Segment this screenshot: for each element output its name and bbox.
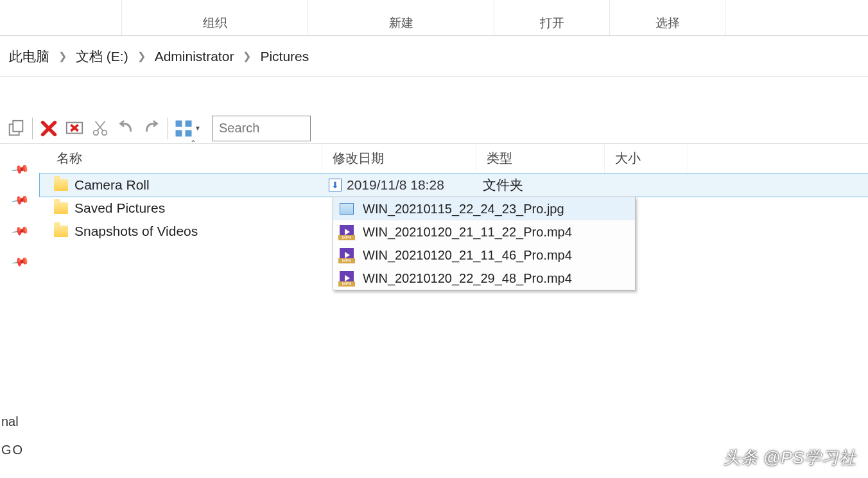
- file-name: Saved Pictures: [74, 200, 165, 216]
- view-options-button[interactable]: ▼: [172, 116, 203, 141]
- pin-icon[interactable]: 📌: [10, 221, 30, 241]
- file-type: 文件夹: [476, 176, 605, 194]
- blank-strip: [0, 77, 868, 113]
- video-file-icon: MP4: [340, 248, 354, 262]
- tooltip-file-item: WIN_20210115_22_24_23_Pro.jpg: [333, 197, 635, 220]
- svg-rect-8: [186, 130, 192, 136]
- ribbon-group-new[interactable]: 新建: [308, 0, 494, 35]
- search-input[interactable]: [212, 116, 311, 141]
- file-name: Camera Roll: [74, 177, 150, 193]
- svg-rect-5: [176, 120, 182, 127]
- pin-icon[interactable]: 📌: [10, 190, 30, 210]
- tooltip-file-item: MP4WIN_20210120_21_11_22_Pro.mp4: [333, 220, 635, 243]
- file-name: Snapshots of Videos: [74, 224, 198, 239]
- breadcrumb-item-2[interactable]: Administrator: [150, 46, 239, 67]
- toolbar: ▼: [0, 113, 868, 144]
- chevron-right-icon: ❯: [134, 50, 150, 62]
- ribbon-group-select[interactable]: 选择: [610, 0, 725, 35]
- video-file-icon: MP4: [340, 271, 354, 285]
- file-listing: ⌃ 名称 修改日期 类型 大小 Camera Roll⬇2019/11/8 18…: [40, 144, 868, 478]
- pin-icon[interactable]: 📌: [10, 159, 30, 179]
- dropdown-caret-icon: ▼: [195, 125, 201, 132]
- sidebar-fragment: nal GO: [0, 407, 24, 464]
- folder-icon: [54, 179, 68, 191]
- column-header-name[interactable]: 名称: [40, 144, 322, 173]
- column-header-size[interactable]: 大小: [605, 144, 688, 173]
- tooltip-file-name: WIN_20210120_21_11_22_Pro.mp4: [363, 225, 572, 240]
- card-delete-icon[interactable]: [62, 116, 87, 141]
- folder-contents-tooltip: WIN_20210115_22_24_23_Pro.jpgMP4WIN_2021…: [333, 197, 636, 290]
- svg-rect-1: [13, 120, 22, 131]
- delete-x-icon[interactable]: [37, 116, 61, 141]
- pin-icon[interactable]: 📌: [10, 252, 30, 272]
- column-header-type[interactable]: 类型: [476, 144, 605, 173]
- file-date: 2019/11/8 18:28: [347, 177, 444, 193]
- tooltip-file-item: MP4WIN_20210120_21_11_46_Pro.mp4: [333, 243, 635, 267]
- breadcrumb-item-1[interactable]: 文档 (E:): [71, 45, 134, 68]
- breadcrumb[interactable]: 此电脑 ❯ 文档 (E:) ❯ Administrator ❯ Pictures: [0, 36, 868, 77]
- ribbon-group-organize[interactable]: 组织: [122, 0, 308, 35]
- tooltip-file-name: WIN_20210120_21_11_46_Pro.mp4: [363, 248, 572, 263]
- svg-rect-6: [186, 120, 192, 127]
- main-area: 📌 📌 📌 📌 ⌃ 名称 修改日期 类型 大小 Camera Roll⬇2019…: [0, 144, 868, 478]
- undo-icon[interactable]: [114, 116, 138, 141]
- breadcrumb-item-0[interactable]: 此电脑: [4, 45, 55, 68]
- folder-icon: [54, 202, 68, 214]
- toolbar-separator: [32, 118, 33, 139]
- copy-icon[interactable]: [4, 116, 28, 141]
- sort-indicator-icon: ⌃: [190, 139, 196, 148]
- ribbon-group-1[interactable]: [0, 0, 122, 35]
- tooltip-file-name: WIN_20210120_22_29_48_Pro.mp4: [363, 271, 572, 286]
- svg-rect-7: [176, 130, 182, 136]
- column-headers: ⌃ 名称 修改日期 类型 大小: [40, 144, 868, 173]
- tooltip-file-name: WIN_20210115_22_24_23_Pro.jpg: [363, 202, 564, 217]
- chevron-right-icon: ❯: [239, 50, 255, 62]
- image-file-icon: [340, 203, 354, 215]
- download-badge-icon: ⬇: [329, 179, 342, 191]
- ribbon-group-open[interactable]: 打开: [494, 0, 610, 35]
- folder-icon: [54, 226, 68, 237]
- scissors-icon[interactable]: [88, 116, 112, 141]
- watermark: 头条 @PS学习社: [724, 447, 856, 469]
- chevron-right-icon: ❯: [55, 50, 71, 62]
- redo-icon[interactable]: [139, 116, 164, 141]
- video-file-icon: MP4: [340, 225, 354, 239]
- ribbon: 组织 新建 打开 选择: [0, 0, 868, 36]
- tooltip-file-item: MP4WIN_20210120_22_29_48_Pro.mp4: [333, 267, 635, 290]
- column-header-date[interactable]: 修改日期: [322, 144, 476, 173]
- toolbar-separator: [168, 118, 168, 139]
- breadcrumb-item-3[interactable]: Pictures: [255, 46, 314, 67]
- table-row[interactable]: Camera Roll⬇2019/11/8 18:28文件夹: [40, 173, 868, 197]
